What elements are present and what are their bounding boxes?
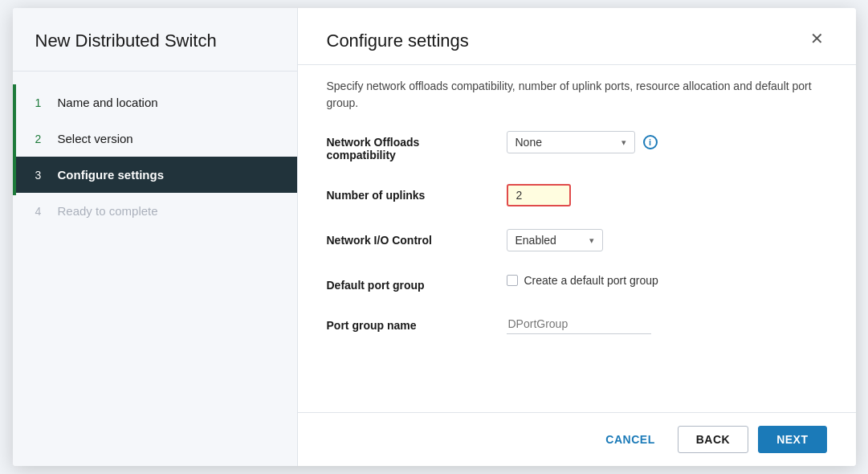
- port-group-name-label: Port group name: [327, 314, 487, 332]
- network-offloads-label: Network Offloads compatibility: [327, 131, 487, 161]
- network-io-value: Enabled: [516, 234, 585, 247]
- network-offloads-value: None: [516, 136, 617, 149]
- form-body: Network Offloads compatibility None ▾ i …: [298, 112, 856, 412]
- step-3-number: 3: [35, 169, 48, 182]
- footer: CANCEL BACK NEXT: [298, 412, 856, 466]
- step-1-bar: [13, 84, 16, 123]
- number-of-uplinks-row: Number of uplinks: [327, 184, 827, 206]
- main-header: Configure settings ✕: [298, 8, 856, 65]
- network-offloads-dropdown[interactable]: None ▾: [507, 131, 635, 153]
- step-1-number: 1: [35, 96, 48, 109]
- network-io-chevron-icon: ▾: [589, 235, 594, 246]
- step-1-label: Name and location: [58, 96, 158, 109]
- network-offloads-chevron-icon: ▾: [621, 137, 626, 148]
- step-3: 3 Configure settings: [13, 157, 297, 193]
- step-2-number: 2: [35, 133, 48, 145]
- sidebar-title: New Distributed Switch: [13, 8, 297, 72]
- page-title: Configure settings: [327, 31, 469, 51]
- network-offloads-control: None ▾ i: [507, 131, 827, 153]
- port-group-name-input[interactable]: [507, 314, 651, 334]
- step-4: 4 Ready to complete: [13, 193, 297, 229]
- create-default-port-group-label: Create a default port group: [524, 274, 658, 287]
- close-button[interactable]: ✕: [807, 29, 827, 48]
- create-default-port-group-checkbox[interactable]: [507, 275, 518, 286]
- network-io-dropdown[interactable]: Enabled ▾: [507, 229, 603, 251]
- number-of-uplinks-input[interactable]: [507, 184, 571, 206]
- step-4-number: 4: [35, 205, 48, 218]
- step-2-bar: [13, 121, 16, 159]
- step-1: 1 Name and location: [13, 84, 297, 121]
- next-button[interactable]: NEXT: [758, 426, 826, 453]
- port-group-name-row: Port group name: [327, 314, 827, 334]
- back-button[interactable]: BACK: [678, 426, 748, 453]
- network-io-label: Network I/O Control: [327, 229, 487, 247]
- default-port-group-label: Default port group: [327, 274, 487, 292]
- default-port-group-row: Default port group Create a default port…: [327, 274, 827, 292]
- step-3-bar: [13, 157, 16, 195]
- network-offloads-row: Network Offloads compatibility None ▾ i: [327, 131, 827, 161]
- network-io-row: Network I/O Control Enabled ▾: [327, 229, 827, 251]
- network-offloads-info-icon[interactable]: i: [643, 135, 658, 149]
- default-port-group-control: Create a default port group: [507, 274, 827, 287]
- port-group-name-control: [507, 314, 827, 334]
- step-3-label: Configure settings: [58, 168, 165, 182]
- main-panel: Configure settings ✕ Specify network off…: [298, 8, 856, 466]
- step-2: 2 Select version: [13, 121, 297, 157]
- page-description: Specify network offloads compatibility, …: [298, 65, 856, 112]
- number-of-uplinks-label: Number of uplinks: [327, 184, 487, 202]
- sidebar: New Distributed Switch 1 Name and locati…: [13, 8, 298, 466]
- steps-list: 1 Name and location 2 Select version 3 C…: [13, 72, 297, 466]
- create-default-port-group-checkbox-row: Create a default port group: [507, 274, 658, 287]
- network-io-control: Enabled ▾: [507, 229, 827, 251]
- step-2-label: Select version: [58, 132, 133, 145]
- number-of-uplinks-control: [507, 184, 827, 206]
- cancel-button[interactable]: CANCEL: [593, 427, 667, 452]
- new-distributed-switch-dialog: New Distributed Switch 1 Name and locati…: [13, 8, 856, 466]
- step-4-label: Ready to complete: [58, 204, 158, 218]
